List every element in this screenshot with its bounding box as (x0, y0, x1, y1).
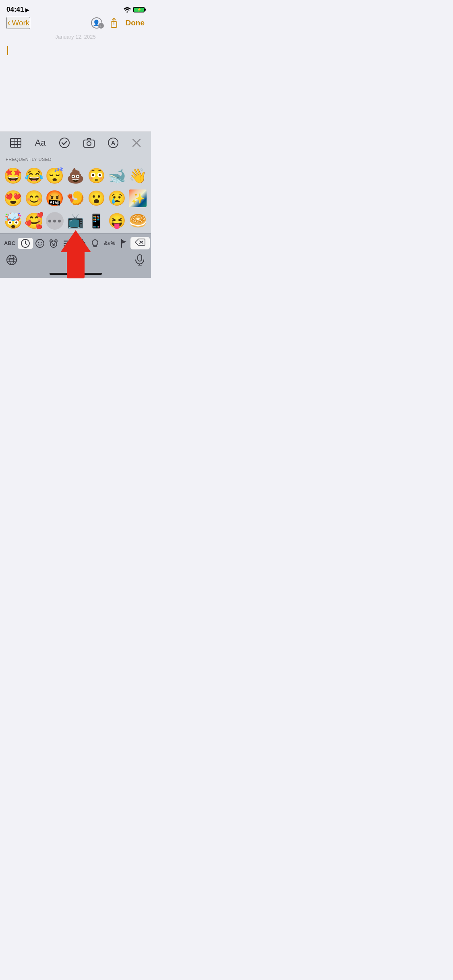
svg-rect-29 (64, 245, 71, 247)
menu-icon (63, 239, 72, 248)
emoji-cry[interactable]: 😢 (107, 187, 127, 209)
emoji-panel: FREQUENTLY USED 🤩 😂 😴 💩 😳 🐋 👋 😍 😊 🤬 🍤 😮 … (0, 154, 151, 233)
svg-point-20 (41, 242, 41, 243)
markup-icon: A (108, 138, 118, 148)
home-bar (50, 273, 102, 275)
memoji-sleep[interactable]: 😴 (45, 165, 65, 187)
status-bar: 04:41 ▶ ⚡ (0, 0, 151, 15)
emoji-squinting-tongue[interactable]: 😝 (107, 210, 127, 232)
nav-actions: 👤 + Done (91, 17, 145, 29)
note-date: January 12, 2025 (0, 32, 151, 43)
emoji-old-tv[interactable]: 📺 (66, 210, 86, 232)
emoji-bagel[interactable]: 🥯 (128, 210, 148, 232)
delete-icon (134, 238, 146, 246)
checklist-icon (59, 138, 70, 148)
format-button[interactable]: Aa (33, 136, 48, 150)
svg-rect-40 (138, 255, 142, 261)
emoji-shocked[interactable]: 😳 (86, 165, 106, 187)
frequently-used-label: FREQUENTLY USED (0, 154, 151, 163)
memoji-storm-head[interactable]: 🤯 (3, 210, 23, 232)
share-button[interactable] (110, 18, 118, 28)
svg-line-17 (25, 243, 27, 245)
svg-point-19 (38, 242, 39, 243)
memoji-symbols-mouth[interactable]: 🤬 (45, 187, 65, 209)
done-button[interactable]: Done (126, 19, 145, 27)
text-cursor (7, 46, 8, 55)
emoji-phone-arrow[interactable]: 📱 (86, 210, 106, 232)
checklist-button[interactable] (58, 136, 71, 150)
status-icons: ⚡ (124, 7, 145, 12)
svg-point-0 (126, 11, 128, 12)
kb-flags-button[interactable] (118, 238, 130, 249)
svg-point-10 (87, 142, 91, 146)
globe-button[interactable] (6, 255, 17, 268)
back-button[interactable]: ‹ Work (6, 17, 30, 29)
note-area[interactable] (0, 43, 151, 132)
formatting-toolbar: Aa A (0, 132, 151, 154)
globe-icon (6, 255, 17, 265)
delete-button[interactable] (130, 237, 150, 249)
memoji-cry-laugh[interactable]: 😂 (24, 165, 44, 187)
table-button[interactable] (8, 136, 23, 149)
kb-abc-label: ABC (2, 239, 18, 247)
close-icon (132, 138, 141, 147)
emoji-wave[interactable]: 👋 (128, 165, 148, 187)
share-icon (110, 18, 118, 28)
markup-button[interactable]: A (106, 136, 120, 150)
status-time: 04:41 (6, 6, 24, 14)
svg-rect-27 (64, 241, 71, 242)
kb-travel-button[interactable] (74, 239, 89, 248)
back-arrow-icon: ‹ (7, 18, 10, 28)
svg-rect-3 (10, 138, 21, 147)
nav-bar: ‹ Work 👤 + Done (0, 15, 151, 32)
kb-smiley-button[interactable] (33, 238, 47, 249)
camera-button[interactable] (82, 136, 96, 149)
memoji-heart-hands[interactable]: 🥰 (24, 210, 44, 232)
memoji-sparkle-eyes[interactable]: 🤩 (3, 165, 23, 187)
wifi-icon (124, 7, 131, 12)
svg-point-24 (52, 243, 53, 244)
dots-bubble[interactable] (45, 210, 65, 232)
clock-icon (21, 239, 30, 248)
keyboard-bottom-row (0, 252, 151, 270)
emoji-shrimp[interactable]: 🍤 (66, 187, 86, 209)
svg-rect-28 (64, 243, 71, 244)
close-button[interactable] (130, 137, 143, 149)
svg-rect-9 (84, 140, 94, 147)
svg-text:A: A (111, 140, 115, 146)
bear-icon (49, 239, 58, 248)
memoji-thumbsup[interactable]: 😊 (24, 187, 44, 209)
svg-point-18 (36, 239, 44, 247)
svg-point-26 (53, 244, 55, 245)
keyboard-category-bar: ABC (0, 233, 151, 252)
kb-food-button[interactable] (60, 238, 74, 249)
format-aa-label: Aa (35, 138, 46, 148)
plus-badge: + (98, 23, 104, 29)
back-label: Work (12, 19, 29, 27)
home-indicator (0, 270, 151, 278)
emoji-fireworks[interactable]: ✨ (128, 187, 148, 209)
emoji-poop[interactable]: 💩 (66, 165, 86, 187)
kb-objects-button[interactable] (89, 238, 101, 249)
mic-icon (135, 254, 145, 266)
smiley-icon (35, 239, 44, 248)
add-people-button[interactable]: 👤 + (91, 17, 102, 29)
location-icon: ▶ (25, 7, 29, 13)
kb-symbols-button[interactable]: &#% (101, 239, 118, 247)
emoji-surprised[interactable]: 😮 (86, 187, 106, 209)
battery-icon: ⚡ (133, 7, 145, 12)
kb-animal-button[interactable] (47, 238, 60, 249)
car-icon (77, 239, 86, 247)
flag-icon (120, 239, 128, 248)
svg-point-8 (60, 138, 69, 148)
kb-recent-button[interactable] (18, 238, 33, 249)
memoji-heart-eyes[interactable]: 😍 (3, 187, 23, 209)
table-icon (10, 138, 21, 148)
symbols-label: &#% (104, 240, 115, 246)
emoji-grid: 🤩 😂 😴 💩 😳 🐋 👋 😍 😊 🤬 🍤 😮 😢 ✨ 🤯 🥰 (0, 163, 151, 233)
emoji-whale[interactable]: 🐋 (107, 165, 127, 187)
mic-button[interactable] (135, 254, 145, 268)
camera-icon (83, 138, 95, 148)
svg-point-25 (54, 243, 55, 244)
bulb-icon (91, 239, 99, 248)
